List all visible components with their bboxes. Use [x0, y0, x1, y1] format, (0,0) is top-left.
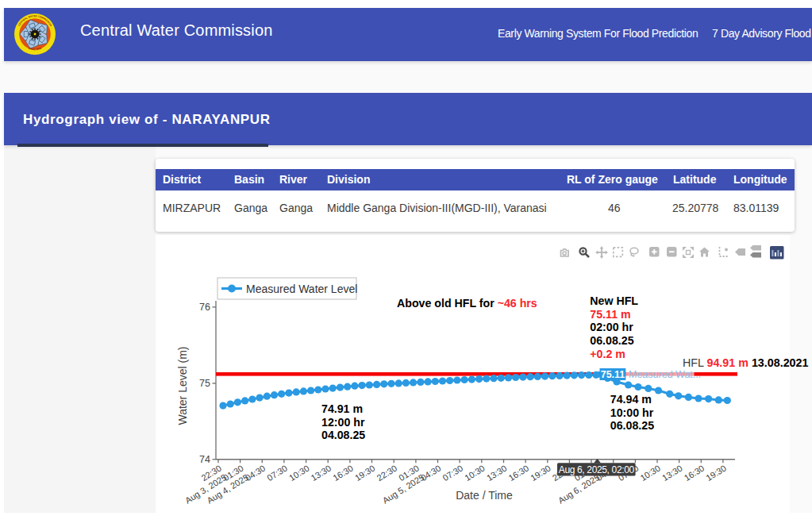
svg-text:+0.2 m: +0.2 m	[590, 348, 625, 360]
svg-text:74.91 m: 74.91 m	[321, 402, 363, 415]
svg-text:Measured Water Level: Measured Water Level	[246, 283, 357, 295]
svg-text:Above old HFL for ~46 hrs: Above old HFL for ~46 hrs	[397, 297, 537, 310]
svg-text:74: 74	[199, 454, 210, 465]
svg-text:10:00 hr: 10:00 hr	[610, 406, 654, 419]
svg-text:04.08.25: 04.08.25	[321, 429, 365, 441]
svg-text:76: 76	[199, 302, 210, 313]
svg-text:06.08.25: 06.08.25	[590, 334, 633, 347]
svg-text:Water Level (m): Water Level (m)	[176, 346, 189, 425]
svg-text:Measured Wat...: Measured Wat...	[629, 369, 701, 380]
svg-text:75.11: 75.11	[601, 369, 625, 380]
svg-text:HFL 94.91 m 13.08.2021: HFL 94.91 m 13.08.2021	[683, 356, 808, 369]
svg-text:75.11 m: 75.11 m	[590, 308, 630, 321]
svg-text:Aug 6, 2025, 02:00: Aug 6, 2025, 02:00	[559, 464, 635, 475]
svg-text:Date / Time: Date / Time	[456, 489, 513, 502]
svg-text:75: 75	[199, 378, 210, 389]
svg-text:12:00 hr: 12:00 hr	[321, 416, 365, 429]
svg-text:74.94 m: 74.94 m	[610, 393, 652, 406]
svg-text:02:00 hr: 02:00 hr	[590, 321, 633, 333]
svg-text:06.08.25: 06.08.25	[610, 419, 654, 432]
svg-text:New HFL: New HFL	[590, 294, 638, 307]
